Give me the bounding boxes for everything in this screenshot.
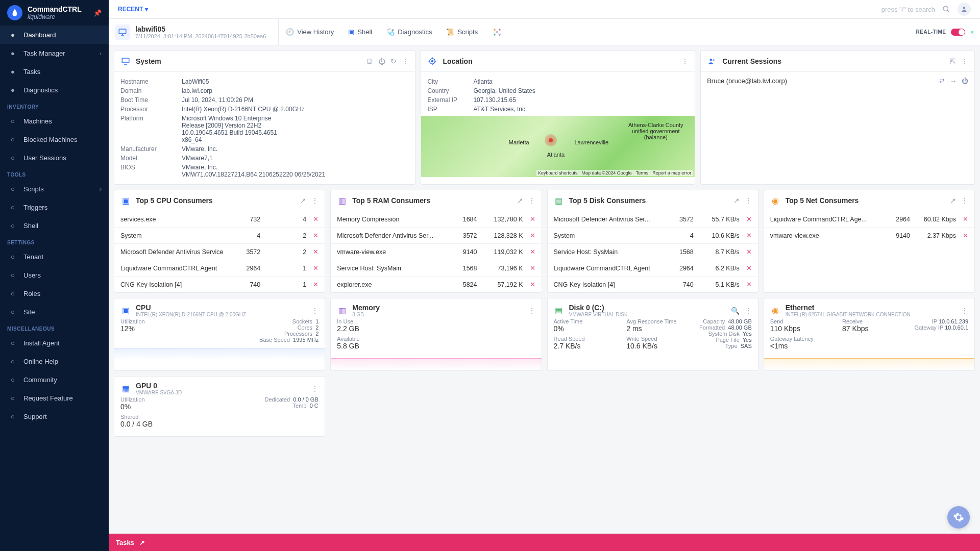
sidebar-item-community[interactable]: ○Community (0, 370, 109, 389)
kill-process-icon[interactable]: ✕ (740, 232, 752, 239)
kill-process-icon[interactable]: ✕ (740, 215, 752, 223)
table-row[interactable]: Memory Compression1684132,780 K✕ (331, 211, 541, 228)
more-icon[interactable]: ⋮ (528, 307, 535, 315)
sidebar-item-site[interactable]: ○Site (0, 303, 109, 321)
kill-process-icon[interactable]: ✕ (523, 281, 535, 288)
location-map[interactable]: Marietta Atlanta Lawrenceville Athens-Cl… (421, 116, 695, 177)
sidebar-section-tools: Tools (0, 167, 109, 180)
kill-process-icon[interactable]: ✕ (740, 248, 752, 256)
kill-process-icon[interactable]: ✕ (306, 232, 318, 239)
sidebar-item-triggers[interactable]: ○Triggers (0, 198, 109, 216)
pin-icon[interactable]: 📌 (93, 9, 102, 17)
nav-icon: ○ (8, 153, 17, 162)
connect-icon[interactable]: → (950, 77, 957, 85)
table-row[interactable]: System410.6 KB/s✕ (548, 228, 758, 244)
sidebar-item-dashboard[interactable]: ●Dashboard (0, 26, 109, 44)
tab-scripts[interactable]: 📜Scripts (439, 19, 485, 45)
sidebar-item-tasks[interactable]: ●Tasks (0, 62, 109, 81)
table-row[interactable]: Microsoft Defender Antivirus Ser...35725… (548, 211, 758, 228)
settings-fab[interactable] (947, 506, 970, 529)
tab-diagnostics[interactable]: 🩺Diagnostics (379, 19, 439, 45)
heartbeat-icon[interactable]: ♥ (970, 29, 974, 35)
refresh-icon[interactable]: ↻ (390, 57, 397, 65)
table-row[interactable]: vmware-view.exe9140119,032 K✕ (331, 244, 541, 260)
popout-icon[interactable]: ⇱ (950, 57, 956, 65)
search-icon[interactable]: 🔍 (731, 307, 740, 315)
popout-icon[interactable]: ↗ (733, 196, 740, 205)
sidebar-item-task-manager[interactable]: ●Task Manager› (0, 44, 109, 62)
more-icon[interactable]: ⋮ (311, 385, 318, 393)
table-row[interactable]: vmware-view.exe91402.37 Kbps✕ (764, 228, 974, 243)
popout-icon[interactable]: ↗ (517, 196, 523, 205)
realtime-toggle[interactable] (951, 29, 965, 36)
popout-icon[interactable]: ↗ (950, 196, 956, 205)
sidebar-item-roles[interactable]: ○Roles (0, 284, 109, 303)
table-row[interactable]: Microsoft Defender Antivirus Ser...35721… (331, 228, 541, 244)
table-row[interactable]: Liquidware CommandCTRL Age...296460.02 K… (764, 211, 974, 228)
kill-process-icon[interactable]: ✕ (523, 264, 535, 272)
kill-process-icon[interactable]: ✕ (740, 281, 752, 288)
remote-desktop-icon[interactable]: 🖥 (366, 57, 373, 65)
kill-process-icon[interactable]: ✕ (956, 215, 968, 223)
table-row[interactable]: Liquidware CommandCTRL Agent29646.2 KB/s… (548, 260, 758, 277)
more-icon[interactable]: ⋮ (745, 196, 752, 205)
power-icon[interactable]: ⏻ (378, 57, 385, 65)
tab-shell[interactable]: ▣Shell (341, 19, 379, 45)
mem-inuse: 2.2 GB (337, 324, 535, 333)
sidebar-item-request-feature[interactable]: ○Request Feature (0, 389, 109, 407)
kill-process-icon[interactable]: ✕ (306, 248, 318, 256)
more-icon[interactable]: ⋮ (528, 196, 535, 205)
sidebar-item-scripts[interactable]: ○Scripts› (0, 180, 109, 198)
kill-process-icon[interactable]: ✕ (523, 248, 535, 256)
table-row[interactable]: Service Host: SysMain15688.7 KB/s✕ (548, 244, 758, 260)
more-icon[interactable]: ⋮ (745, 307, 752, 315)
more-icon[interactable]: ⋮ (961, 196, 968, 205)
mirror-icon[interactable]: ⇄ (939, 77, 945, 85)
more-icon[interactable]: ⋮ (961, 57, 968, 65)
recent-dropdown[interactable]: RECENT ▾ (118, 6, 148, 13)
search-icon[interactable] (942, 5, 950, 13)
logoff-icon[interactable]: ⏻ (962, 77, 968, 85)
table-row[interactable]: Microsoft Defender Antivirus Service3572… (114, 244, 325, 260)
more-icon[interactable]: ⋮ (311, 307, 318, 315)
recent-label: RECENT (118, 6, 143, 13)
sidebar-item-tenant[interactable]: ○Tenant (0, 247, 109, 266)
content: System 🖥 ⏻ ↻ ⋮ HostnameLabWifi05Domainla… (109, 45, 980, 534)
table-row[interactable]: CNG Key Isolation [4]7401✕ (114, 277, 325, 292)
sidebar-item-install-agent[interactable]: ○Install Agent (0, 334, 109, 352)
sidebar-item-online-help[interactable]: ○Online Help (0, 352, 109, 370)
table-row[interactable]: services.exe7324✕ (114, 211, 325, 228)
kill-process-icon[interactable]: ✕ (306, 264, 318, 272)
more-icon[interactable]: ⋮ (311, 196, 318, 205)
sidebar-item-diagnostics[interactable]: ●Diagnostics (0, 81, 109, 99)
sidebar-item-users[interactable]: ○Users (0, 266, 109, 284)
user-avatar[interactable] (958, 3, 971, 16)
kill-process-icon[interactable]: ✕ (523, 215, 535, 223)
kill-process-icon[interactable]: ✕ (306, 281, 318, 288)
table-row[interactable]: Service Host: SysMain156873,196 K✕ (331, 260, 541, 277)
tab-view-history[interactable]: 🕘View History (279, 19, 341, 45)
svg-line-11 (495, 30, 497, 32)
kill-process-icon[interactable]: ✕ (740, 264, 752, 272)
process-tree-icon[interactable] (492, 27, 502, 37)
sidebar-item-support[interactable]: ○Support (0, 407, 109, 425)
table-row[interactable]: Liquidware CommandCTRL Agent29641✕ (114, 260, 325, 277)
kill-process-icon[interactable]: ✕ (523, 232, 535, 239)
sidebar-item-user-sessions[interactable]: ○User Sessions (0, 148, 109, 167)
session-row[interactable]: Bruce (bruce@lab.lwl.corp) ⇄ → ⏻ (701, 72, 974, 90)
chevron-right-icon: › (100, 49, 102, 57)
table-row[interactable]: explorer.exe582457,192 K✕ (331, 277, 541, 292)
more-icon[interactable]: ⋮ (681, 57, 689, 65)
more-icon[interactable]: ⋮ (961, 307, 968, 315)
nav-icon: ○ (8, 338, 17, 347)
kill-process-icon[interactable]: ✕ (306, 215, 318, 223)
table-row[interactable]: CNG Key Isolation [4]7405.1 KB/s✕ (548, 277, 758, 292)
kill-process-icon[interactable]: ✕ (956, 232, 968, 239)
sidebar-item-blocked-machines[interactable]: ○Blocked Machines (0, 130, 109, 148)
table-row[interactable]: System42✕ (114, 228, 325, 244)
more-icon[interactable]: ⋮ (402, 57, 409, 65)
sidebar-item-shell[interactable]: ○Shell (0, 216, 109, 235)
sidebar-item-machines[interactable]: ○Machines (0, 112, 109, 130)
popout-icon[interactable]: ↗ (139, 539, 145, 546)
popout-icon[interactable]: ↗ (300, 196, 306, 205)
